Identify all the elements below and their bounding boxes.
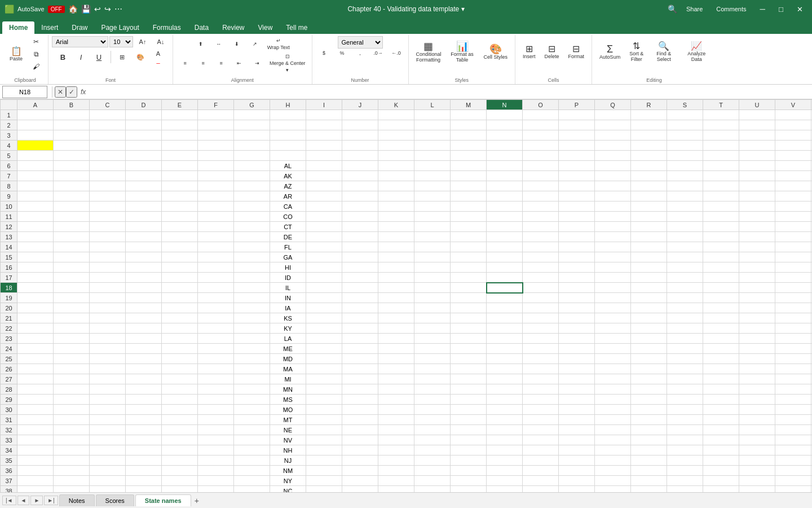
cell-I5[interactable] — [306, 151, 342, 161]
cell-N17[interactable] — [487, 273, 523, 283]
cell-M37[interactable] — [451, 476, 487, 486]
cell-H22[interactable]: KY — [270, 323, 306, 334]
cell-V16[interactable] — [775, 262, 811, 273]
cell-N25[interactable] — [487, 354, 523, 364]
cell-R9[interactable] — [631, 191, 667, 202]
cell-B18[interactable] — [54, 283, 90, 293]
cell-K29[interactable] — [378, 395, 414, 405]
cell-B11[interactable] — [54, 212, 90, 222]
cell-M18[interactable] — [451, 283, 487, 293]
cell-U9[interactable] — [739, 191, 775, 202]
increase-font-button[interactable]: A↑ — [134, 37, 151, 47]
cell-C14[interactable] — [90, 242, 126, 252]
cell-V2[interactable] — [775, 120, 811, 130]
cell-Q38[interactable] — [595, 486, 631, 493]
cell-E33[interactable] — [162, 435, 198, 445]
cell-A29[interactable] — [17, 395, 54, 405]
cell-R14[interactable] — [631, 242, 667, 252]
cell-B8[interactable] — [54, 181, 90, 191]
cell-F2[interactable] — [198, 120, 234, 130]
cell-B31[interactable] — [54, 415, 90, 425]
cell-C23[interactable] — [90, 334, 126, 344]
cell-P27[interactable] — [559, 374, 595, 384]
cell-A9[interactable] — [17, 191, 54, 202]
cell-V12[interactable] — [775, 222, 811, 232]
cell-G36[interactable] — [234, 466, 270, 476]
cell-B37[interactable] — [54, 476, 90, 486]
cell-G31[interactable] — [234, 415, 270, 425]
cell-F25[interactable] — [198, 354, 234, 364]
cell-A31[interactable] — [17, 415, 54, 425]
cell-J37[interactable] — [342, 476, 378, 486]
cell-U37[interactable] — [739, 476, 775, 486]
cell-O26[interactable] — [523, 364, 559, 374]
cell-N9[interactable] — [487, 191, 523, 202]
cell-L5[interactable] — [414, 151, 451, 161]
cell-A15[interactable] — [17, 252, 54, 262]
cell-Q25[interactable] — [595, 354, 631, 364]
cell-C17[interactable] — [90, 273, 126, 283]
cell-U38[interactable] — [739, 486, 775, 493]
cell-N36[interactable] — [487, 466, 523, 476]
cell-F34[interactable] — [198, 445, 234, 456]
cell-F30[interactable] — [198, 405, 234, 415]
formula-input[interactable] — [89, 86, 812, 98]
cell-S14[interactable] — [667, 242, 703, 252]
cell-T35[interactable] — [703, 456, 739, 466]
cell-U10[interactable] — [739, 202, 775, 212]
cell-P37[interactable] — [559, 476, 595, 486]
cell-H13[interactable]: DE — [270, 232, 306, 242]
cell-O4[interactable] — [523, 141, 559, 151]
conditional-formatting-button[interactable]: ▦ Conditional Formatting — [412, 36, 445, 68]
cell-Q29[interactable] — [595, 395, 631, 405]
cell-J9[interactable] — [342, 191, 378, 202]
cell-S13[interactable] — [667, 232, 703, 242]
cell-Q19[interactable] — [595, 293, 631, 303]
cell-G6[interactable] — [234, 161, 270, 171]
cell-B29[interactable] — [54, 395, 90, 405]
cell-Q33[interactable] — [595, 435, 631, 445]
cell-U13[interactable] — [739, 232, 775, 242]
cell-T2[interactable] — [703, 120, 739, 130]
cell-R32[interactable] — [631, 425, 667, 435]
cell-E29[interactable] — [162, 395, 198, 405]
cell-V25[interactable] — [775, 354, 811, 364]
cell-K17[interactable] — [378, 273, 414, 283]
cell-J3[interactable] — [342, 130, 378, 141]
cell-E10[interactable] — [162, 202, 198, 212]
cell-U19[interactable] — [739, 293, 775, 303]
cell-N10[interactable] — [487, 202, 523, 212]
cell-C26[interactable] — [90, 364, 126, 374]
cell-U18[interactable] — [739, 283, 775, 293]
cell-R22[interactable] — [631, 323, 667, 334]
cell-Q27[interactable] — [595, 374, 631, 384]
cell-V31[interactable] — [775, 415, 811, 425]
cell-K27[interactable] — [378, 374, 414, 384]
cell-V24[interactable] — [775, 344, 811, 354]
cell-V6[interactable] — [775, 161, 811, 171]
cell-J25[interactable] — [342, 354, 378, 364]
cell-V7[interactable] — [775, 171, 811, 181]
cell-C28[interactable] — [90, 384, 126, 395]
cell-C15[interactable] — [90, 252, 126, 262]
cell-M17[interactable] — [451, 273, 487, 283]
cell-U7[interactable] — [739, 171, 775, 181]
cell-C2[interactable] — [90, 120, 126, 130]
cell-O10[interactable] — [523, 202, 559, 212]
undo-icon[interactable]: ↩ — [94, 5, 101, 14]
cell-M38[interactable] — [451, 486, 487, 493]
cell-C4[interactable] — [90, 141, 126, 151]
cell-L37[interactable] — [414, 476, 451, 486]
cell-H16[interactable]: HI — [270, 262, 306, 273]
cell-F13[interactable] — [198, 232, 234, 242]
autosave-toggle[interactable]: OFF — [48, 6, 65, 13]
cell-O27[interactable] — [523, 374, 559, 384]
cell-D22[interactable] — [126, 323, 162, 334]
cell-O36[interactable] — [523, 466, 559, 476]
analyze-data-button[interactable]: 📈 Analyze Data — [680, 36, 713, 68]
cell-V14[interactable] — [775, 242, 811, 252]
cell-Q3[interactable] — [595, 130, 631, 141]
cell-P7[interactable] — [559, 171, 595, 181]
cell-P21[interactable] — [559, 313, 595, 323]
cut-button[interactable]: ✂ — [28, 36, 45, 47]
